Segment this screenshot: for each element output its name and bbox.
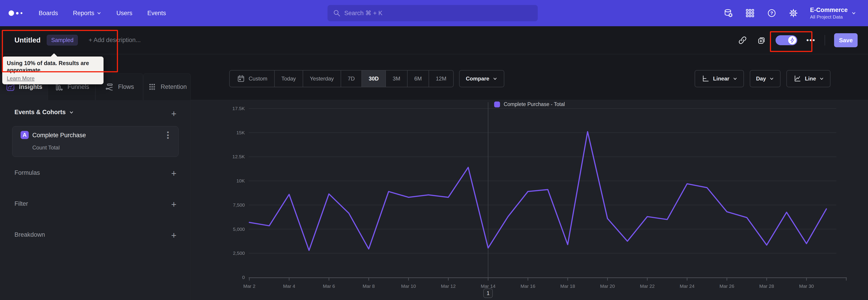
event-kebab-menu-icon[interactable]: ••• bbox=[164, 131, 172, 140]
event-card[interactable]: A Complete Purchase Count Total ••• bbox=[12, 126, 179, 157]
sampling-tooltip: Using 10% of data. Results are approxima… bbox=[2, 57, 103, 84]
chevron-down-icon bbox=[493, 76, 498, 81]
linear-scale-icon bbox=[701, 74, 710, 83]
project-scope: All Project Data bbox=[810, 14, 848, 20]
nav-item-users[interactable]: Users bbox=[116, 10, 132, 17]
settings-gear-icon[interactable] bbox=[788, 8, 799, 18]
chart-panel bbox=[191, 100, 868, 300]
range-6m[interactable]: 6M bbox=[408, 70, 429, 87]
range-today[interactable]: Today bbox=[275, 70, 303, 87]
chevron-down-icon bbox=[733, 76, 738, 81]
search-placeholder: Search ⌘ + K bbox=[344, 9, 382, 17]
top-nav: Boards Reports Users Events Search ⌘ + K bbox=[0, 0, 868, 26]
flows-icon bbox=[104, 82, 114, 92]
range-yesterday[interactable]: Yesterday bbox=[303, 70, 341, 87]
event-name: Complete Purchase bbox=[32, 132, 86, 139]
formulas-section-label: Formulas bbox=[14, 169, 40, 176]
apps-grid-icon[interactable] bbox=[745, 8, 755, 18]
range-custom[interactable]: Custom bbox=[230, 70, 275, 87]
report-actions: ••• Save bbox=[738, 26, 858, 54]
chart-legend[interactable]: Complete Purchase - Total bbox=[191, 101, 868, 108]
events-cohorts-header[interactable]: Events & Cohorts bbox=[14, 109, 74, 116]
lightning-bolt-icon bbox=[789, 37, 795, 43]
svg-text:?: ? bbox=[770, 11, 773, 16]
chevron-down-icon bbox=[819, 76, 824, 81]
range-7d[interactable]: 7D bbox=[341, 70, 362, 87]
sampling-toggle[interactable] bbox=[776, 35, 797, 45]
add-description-field[interactable]: + Add description... bbox=[89, 37, 141, 43]
nav-right-cluster: ? E-Commerce All Project Data bbox=[723, 0, 856, 26]
help-icon[interactable]: ? bbox=[767, 8, 777, 18]
chevron-down-icon bbox=[69, 110, 74, 115]
event-metric[interactable]: Count Total bbox=[32, 145, 60, 151]
learn-more-link[interactable]: Learn More bbox=[7, 75, 35, 82]
range-label: Custom bbox=[249, 76, 268, 82]
add-event-button[interactable]: + bbox=[169, 109, 179, 119]
chart-annotation-chip[interactable]: 1 bbox=[483, 289, 493, 298]
range-label: 6M bbox=[414, 76, 422, 82]
breakdown-section-label: Breakdown bbox=[14, 231, 45, 238]
nav-item-label: Reports bbox=[73, 10, 94, 17]
copy-link-icon[interactable] bbox=[738, 35, 747, 45]
nav-item-label: Events bbox=[147, 10, 166, 17]
project-selector[interactable]: E-Commerce All Project Data bbox=[810, 6, 856, 20]
mixpanel-logo-icon[interactable] bbox=[8, 10, 22, 16]
search-input[interactable]: Search ⌘ + K bbox=[328, 5, 538, 21]
sampled-badge[interactable]: Sampled bbox=[47, 35, 78, 46]
range-3m[interactable]: 3M bbox=[386, 70, 407, 87]
retention-icon bbox=[147, 82, 157, 92]
chart-display-controls: Linear Day Line bbox=[694, 70, 831, 87]
tab-retention[interactable]: Retention bbox=[143, 73, 191, 100]
report-title[interactable]: Untitled bbox=[14, 36, 40, 44]
nav-item-label: Boards bbox=[39, 10, 58, 17]
chart-type-dropdown[interactable]: Line bbox=[786, 70, 831, 87]
calendar-icon bbox=[237, 74, 246, 83]
granularity-dropdown[interactable]: Day bbox=[750, 70, 780, 87]
compare-button[interactable]: Compare bbox=[459, 70, 504, 87]
date-range-control: Custom Today Yesterday 7D 30D 3M 6M 12M bbox=[229, 70, 454, 87]
tab-label: Flows bbox=[118, 83, 134, 90]
legend-swatch bbox=[494, 101, 500, 108]
duplicate-add-icon[interactable] bbox=[756, 35, 767, 45]
range-label: Yesterday bbox=[310, 76, 334, 82]
add-formula-button[interactable]: + bbox=[169, 169, 179, 178]
range-label: 12M bbox=[436, 76, 446, 82]
tooltip-message: Using 10% of data. Results are approxima… bbox=[7, 60, 99, 74]
nav-item-boards[interactable]: Boards bbox=[39, 10, 58, 17]
query-builder-panel: Events & Cohorts + A Complete Purchase C… bbox=[0, 100, 191, 300]
chevron-down-icon bbox=[851, 11, 856, 16]
section-title: Events & Cohorts bbox=[14, 109, 66, 116]
tabs-toolbar-strip: Insights Funnels Flows bbox=[0, 54, 868, 100]
range-label: 7D bbox=[348, 76, 355, 82]
primary-nav: Boards Reports Users Events bbox=[39, 10, 166, 17]
range-30d[interactable]: 30D bbox=[362, 70, 386, 87]
tab-label: Insights bbox=[19, 83, 42, 90]
divider bbox=[825, 35, 825, 46]
nav-item-reports[interactable]: Reports bbox=[73, 10, 102, 17]
save-button[interactable]: Save bbox=[834, 33, 858, 47]
add-filter-button[interactable]: + bbox=[169, 200, 179, 209]
chevron-down-icon bbox=[96, 11, 101, 16]
data-management-icon[interactable] bbox=[723, 8, 734, 18]
chart-toolbar: Custom Today Yesterday 7D 30D 3M 6M 12M … bbox=[191, 70, 868, 87]
scale-dropdown[interactable]: Linear bbox=[694, 70, 744, 87]
range-label: 30D bbox=[369, 76, 379, 82]
nav-item-events[interactable]: Events bbox=[147, 10, 166, 17]
chart-type-label: Line bbox=[805, 76, 816, 82]
search-icon bbox=[333, 9, 341, 17]
more-menu-button[interactable]: ••• bbox=[806, 36, 815, 44]
chevron-down-icon bbox=[769, 76, 774, 81]
legend-label: Complete Purchase - Total bbox=[504, 101, 565, 108]
tab-label: Retention bbox=[161, 83, 187, 90]
granularity-label: Day bbox=[756, 76, 766, 82]
toggle-knob bbox=[788, 36, 796, 44]
scale-label: Linear bbox=[713, 76, 730, 82]
add-breakdown-button[interactable]: + bbox=[169, 230, 179, 240]
compare-label: Compare bbox=[466, 76, 489, 82]
nav-item-label: Users bbox=[116, 10, 132, 17]
event-letter-badge: A bbox=[21, 131, 29, 139]
range-label: 3M bbox=[393, 76, 400, 82]
range-label: Today bbox=[281, 76, 296, 82]
line-chart-icon bbox=[793, 74, 802, 83]
range-12m[interactable]: 12M bbox=[429, 70, 453, 87]
